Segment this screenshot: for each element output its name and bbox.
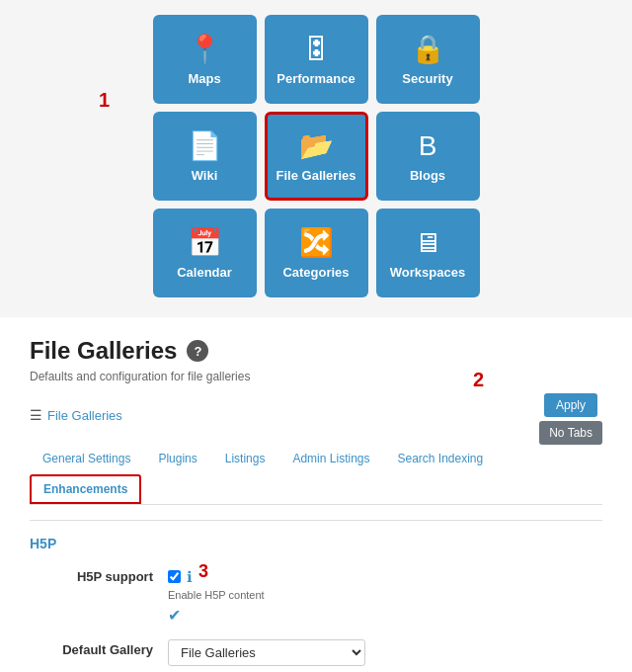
tab-enhancements[interactable]: Enhancements (30, 474, 141, 504)
breadcrumb-row: ☰ File Galleries (30, 407, 122, 423)
tile-file-galleries[interactable]: 📂File Galleries (265, 112, 368, 201)
h5p-info-icon[interactable]: ℹ (187, 568, 193, 586)
tile-performance[interactable]: 🎛Performance (265, 15, 368, 104)
calendar-icon: 📅 (188, 226, 222, 259)
tile-wiki[interactable]: 📄Wiki (153, 112, 257, 201)
tile-security[interactable]: 🔒Security (376, 15, 480, 104)
h5p-section-heading: H5P (30, 536, 602, 551)
breadcrumb-link[interactable]: File Galleries (47, 408, 122, 423)
wiki-icon: 📄 (188, 129, 222, 162)
h5p-support-row: H5P support ℹ 3 Enable H5P content ✔ (30, 566, 602, 625)
page-subtitle: Defaults and configuration for file gall… (30, 370, 602, 383)
step-2-label: 2 (473, 369, 484, 391)
wiki-label: Wiki (192, 168, 218, 183)
tile-categories[interactable]: 🔀Categories (265, 209, 368, 297)
security-label: Security (402, 71, 452, 86)
file-galleries-icon: 📂 (299, 129, 334, 162)
default-gallery-select[interactable]: File Galleries (168, 639, 365, 666)
blogs-label: Blogs (410, 168, 445, 183)
calendar-label: Calendar (177, 265, 232, 280)
help-icon[interactable]: ? (187, 340, 208, 362)
h5p-support-checkbox-row: ℹ 3 (168, 566, 602, 587)
tile-maps[interactable]: 📍Maps (153, 15, 257, 104)
maps-label: Maps (188, 71, 220, 86)
workspaces-label: Workspaces (390, 265, 465, 280)
h5p-check-circle: ✔ (168, 606, 602, 625)
h5p-support-hint: Enable H5P content (168, 589, 602, 601)
tile-grid: 📍Maps🎛Performance🔒Security📄Wiki📂File Gal… (153, 15, 480, 297)
default-gallery-label: Default Gallery (30, 639, 168, 657)
categories-icon: 🔀 (299, 226, 334, 259)
maps-icon: 📍 (188, 33, 222, 65)
tab-admin-listings[interactable]: Admin Listings (279, 445, 382, 472)
tile-blogs[interactable]: BBlogs (376, 112, 480, 201)
categories-label: Categories (282, 265, 349, 280)
breadcrumb-wrapper: ☰ File Galleries 2 Apply No Tabs (30, 393, 602, 445)
grid-section: 1 📍Maps🎛Performance🔒Security📄Wiki📂File G… (0, 0, 632, 317)
default-gallery-row: Default Gallery File Galleries ℹ (30, 639, 602, 672)
tile-calendar[interactable]: 📅Calendar (153, 209, 257, 297)
performance-icon: 🎛 (302, 33, 330, 65)
breadcrumb-icon: ☰ (30, 407, 42, 423)
content-section: File Galleries ? Defaults and configurat… (0, 317, 632, 672)
performance-label: Performance (276, 71, 355, 86)
default-gallery-control: File Galleries ℹ (168, 639, 602, 672)
step-1-label: 1 (99, 89, 110, 112)
tab-plugins[interactable]: Plugins (145, 445, 209, 472)
tabs-row: General SettingsPluginsListingsAdmin Lis… (30, 445, 602, 505)
tab-listings[interactable]: Listings (212, 445, 278, 472)
step-3-label: 3 (198, 561, 208, 582)
tab-search-indexing[interactable]: Search Indexing (384, 445, 496, 472)
tab-general-settings[interactable]: General Settings (30, 445, 143, 472)
tile-workspaces[interactable]: 🖥Workspaces (376, 209, 480, 297)
workspaces-icon: 🖥 (414, 226, 441, 259)
no-tabs-button[interactable]: No Tabs (539, 421, 602, 445)
section-divider (30, 520, 602, 521)
h5p-support-control: ℹ 3 Enable H5P content ✔ (168, 566, 602, 625)
h5p-support-checkbox[interactable] (168, 570, 181, 583)
page-title-row: File Galleries ? (30, 337, 602, 365)
page-title: File Galleries (30, 337, 177, 365)
file-galleries-label: File Galleries (276, 168, 356, 183)
apply-button[interactable]: Apply (544, 393, 597, 417)
security-icon: 🔒 (411, 33, 445, 65)
h5p-support-label: H5P support (30, 566, 168, 584)
blogs-icon: B (419, 130, 437, 162)
action-buttons: 2 Apply No Tabs (539, 393, 602, 445)
